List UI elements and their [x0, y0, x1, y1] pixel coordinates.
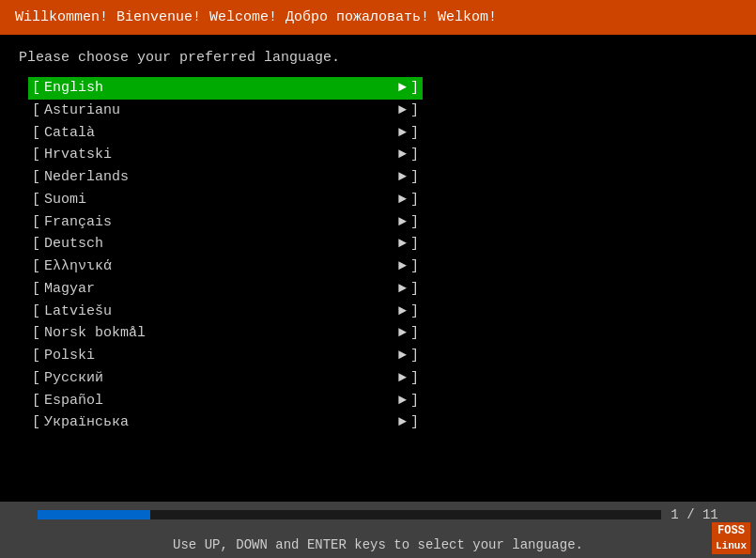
language-item[interactable]: [ Ελληνικά► ] [28, 256, 423, 278]
language-name: Latviešu [44, 302, 112, 322]
footer-bar: 1 / 11 Use UP, DOWN and ENTER keys to se… [0, 502, 756, 558]
arrow-icon: ► [398, 167, 407, 188]
language-item[interactable]: [ Magyar► ] [28, 278, 423, 301]
header-banner: Willkommen! Bienvenue! Welcome! Добро по… [0, 0, 756, 35]
bracket-right: ] [410, 256, 419, 277]
language-name: Ελληνικά [44, 256, 112, 277]
bracket-right: ] [410, 167, 419, 188]
main-content: Please choose your preferred language. [… [0, 35, 756, 449]
language-item[interactable]: [ Русский► ] [28, 367, 423, 390]
arrow-icon: ► [398, 101, 407, 121]
arrow-icon: ► [398, 123, 407, 144]
bracket-left: [ [32, 212, 40, 233]
bracket-right: ] [410, 190, 419, 210]
bracket-left: [ [32, 256, 40, 277]
arrow-icon: ► [398, 279, 407, 300]
bracket-right: ] [410, 302, 419, 322]
progress-container: 1 / 11 [38, 507, 718, 522]
banner-text: Willkommen! Bienvenue! Welcome! Добро по… [15, 9, 497, 25]
bracket-right: ] [410, 323, 419, 344]
progress-label: 1 / 11 [671, 507, 717, 522]
language-item[interactable]: [ English► ] [28, 77, 423, 100]
arrow-icon: ► [398, 323, 407, 344]
language-name: Hrvatski [44, 145, 112, 165]
arrow-icon: ► [398, 212, 407, 233]
badge-linux: Linux [716, 539, 747, 552]
bracket-right: ] [410, 346, 419, 366]
language-item[interactable]: [ Asturianu► ] [28, 100, 423, 122]
arrow-icon: ► [398, 346, 407, 366]
language-name: Français [44, 212, 112, 233]
bracket-left: [ [32, 234, 40, 255]
language-name: Русский [44, 368, 103, 389]
bracket-right: ] [410, 279, 419, 300]
language-name: Nederlands [44, 167, 129, 188]
progress-bar-track [38, 510, 661, 519]
bracket-right: ] [410, 101, 419, 121]
language-name: Magyar [44, 279, 95, 300]
bracket-left: [ [32, 123, 40, 144]
bracket-left: [ [32, 190, 40, 210]
language-name: Suomi [44, 190, 86, 210]
bracket-right: ] [410, 391, 419, 411]
language-item[interactable]: [ Norsk bokmål► ] [28, 322, 423, 345]
language-item[interactable]: [ Hrvatski► ] [28, 144, 423, 166]
bracket-right: ] [410, 78, 419, 99]
language-item[interactable]: [ Suomi► ] [28, 189, 423, 211]
instruction-text: Please choose your preferred language. [19, 50, 737, 66]
arrow-icon: ► [398, 78, 407, 99]
language-name: Українська [44, 412, 129, 433]
bracket-right: ] [410, 123, 419, 144]
arrow-icon: ► [398, 256, 407, 277]
arrow-icon: ► [398, 190, 407, 210]
bracket-right: ] [410, 234, 419, 255]
arrow-icon: ► [398, 391, 407, 411]
language-item[interactable]: [ Latviešu► ] [28, 301, 423, 323]
language-item[interactable]: [ Español► ] [28, 390, 423, 412]
language-item[interactable]: [ Українська► ] [28, 411, 423, 434]
bracket-right: ] [410, 212, 419, 233]
language-name: Español [44, 391, 103, 411]
language-item[interactable]: [ Nederlands► ] [28, 166, 423, 189]
bracket-left: [ [32, 279, 40, 300]
bracket-left: [ [32, 302, 40, 322]
bracket-left: [ [32, 101, 40, 121]
language-name: Polski [44, 346, 95, 366]
arrow-icon: ► [398, 302, 407, 322]
language-name: Asturianu [44, 101, 120, 121]
language-name: English [44, 78, 103, 99]
language-item[interactable]: [ Deutsch► ] [28, 233, 423, 256]
arrow-icon: ► [398, 368, 407, 389]
foss-linux-badge: FOSS Linux [712, 522, 750, 554]
progress-bar-fill [38, 510, 150, 519]
bracket-left: [ [32, 78, 40, 99]
arrow-icon: ► [398, 234, 407, 255]
bracket-left: [ [32, 167, 40, 188]
language-name: Norsk bokmål [44, 323, 146, 344]
arrow-icon: ► [398, 145, 407, 165]
bracket-left: [ [32, 368, 40, 389]
language-item[interactable]: [ Français► ] [28, 211, 423, 234]
language-name: Català [44, 123, 95, 144]
language-list: [ English► ][ Asturianu► ][ Català► ][ H… [28, 77, 423, 434]
badge-foss: FOSS [716, 524, 747, 539]
bracket-left: [ [32, 145, 40, 165]
arrow-icon: ► [398, 412, 407, 433]
bracket-left: [ [32, 346, 40, 366]
bracket-right: ] [410, 145, 419, 165]
language-item[interactable]: [ Català► ] [28, 122, 423, 145]
bracket-left: [ [32, 391, 40, 411]
bracket-left: [ [32, 412, 40, 433]
language-item[interactable]: [ Polski► ] [28, 345, 423, 367]
language-name: Deutsch [44, 234, 103, 255]
bracket-right: ] [410, 412, 419, 433]
bracket-right: ] [410, 368, 419, 389]
footer-instruction: Use UP, DOWN and ENTER keys to select yo… [173, 537, 583, 552]
bracket-left: [ [32, 323, 40, 344]
